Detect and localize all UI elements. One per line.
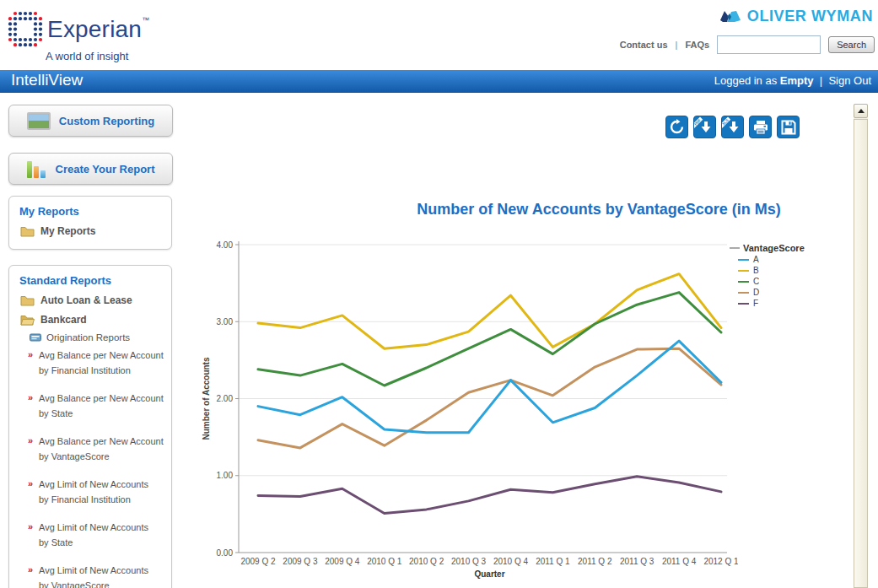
export-xls-button[interactable]: XLS: [721, 116, 744, 138]
double-chevron-icon: »: [28, 348, 33, 362]
scrollbar-thumb[interactable]: [854, 119, 868, 588]
report-link-label: Avg Limit of New Accounts by VantageScor…: [39, 565, 148, 588]
standard-reports-panel: Standard Reports Auto Loan & Lease Bankc…: [8, 265, 172, 588]
legend-item: A: [738, 255, 848, 264]
oliver-wyman-wordmark: OLIVER WYMAN: [747, 8, 873, 25]
legend-label: C: [753, 277, 759, 286]
report-link[interactable]: »Avg Limit of New Accounts by Financial …: [39, 477, 166, 506]
header-links: Contact us | FAQs Search: [620, 35, 875, 54]
report-list: »Avg Balance per New Account by Financia…: [9, 348, 171, 588]
faqs-link[interactable]: FAQs: [685, 40, 709, 50]
svg-text:Number of Accounts: Number of Accounts: [202, 357, 211, 440]
my-reports-item-label: My Reports: [40, 225, 95, 237]
export-pdf-icon: PDF: [694, 116, 715, 138]
folder-label: Bankcard: [40, 314, 87, 326]
svg-text:2011 Q 3: 2011 Q 3: [620, 557, 654, 566]
svg-text:2010 Q 3: 2010 Q 3: [451, 557, 487, 566]
contact-us-link[interactable]: Contact us: [620, 40, 668, 50]
app-title-bar: IntelliView Logged in as Empty | Sign Ou…: [0, 70, 878, 93]
report-link[interactable]: »Avg Limit of New Accounts by State: [39, 520, 166, 549]
folder-label: Auto Loan & Lease: [40, 294, 132, 306]
report-link[interactable]: »Avg Limit of New Accounts by VantageSco…: [39, 563, 166, 588]
export-xls-icon: XLS: [722, 116, 743, 138]
my-reports-panel: My Reports My Reports: [8, 196, 172, 250]
print-button[interactable]: [749, 116, 772, 138]
legend-item: F: [738, 299, 848, 308]
legend-item: B: [738, 266, 848, 275]
custom-reporting-label: Custom Reporting: [59, 115, 154, 127]
origination-reports-label: Origination Reports: [46, 332, 130, 343]
legend-title: VantageScore: [743, 243, 805, 253]
vertical-scrollbar[interactable]: [854, 104, 868, 588]
svg-text:4.00: 4.00: [217, 240, 234, 250]
report-link-label: Avg Balance per New Account by Financial…: [39, 350, 164, 375]
report-link-label: Avg Balance per New Account by VantageSc…: [39, 436, 164, 461]
legend-item: C: [738, 277, 848, 286]
search-input[interactable]: [717, 35, 821, 54]
oliver-wyman-icon: [719, 9, 741, 24]
legend-dash-icon: [730, 247, 740, 249]
double-chevron-icon: »: [28, 434, 33, 448]
svg-text:2009 Q 2: 2009 Q 2: [240, 557, 276, 566]
svg-text:2010 Q 2: 2010 Q 2: [409, 557, 444, 566]
experian-trademark: ™: [142, 16, 149, 24]
legend-swatch: [738, 270, 749, 272]
double-chevron-icon: »: [28, 563, 33, 577]
refresh-icon: [669, 119, 685, 135]
save-icon: [780, 119, 797, 136]
legend-item: D: [738, 288, 848, 297]
chart-toolbar: PDF XLS: [665, 116, 800, 138]
closed-folder-icon: [20, 295, 35, 306]
svg-text:Quarter: Quarter: [474, 569, 504, 579]
legend-swatch: [738, 259, 749, 261]
refresh-button[interactable]: [665, 116, 688, 138]
legend-swatch: [738, 281, 749, 283]
folder-auto-loan-lease[interactable]: Auto Loan & Lease: [9, 287, 171, 306]
svg-text:0.00: 0.00: [217, 548, 234, 558]
standard-reports-header: Standard Reports: [9, 266, 171, 287]
legend-label: D: [753, 288, 759, 297]
main-content: PDF XLS: [181, 93, 856, 588]
create-your-report-button[interactable]: Create Your Report: [8, 153, 173, 185]
report-link-label: Avg Limit of New Accounts by Financial I…: [39, 479, 148, 504]
legend-swatch: [738, 292, 749, 294]
experian-tagline: A world of insight: [46, 50, 149, 62]
series-line-B: [258, 274, 721, 349]
my-reports-folder-item[interactable]: My Reports: [9, 218, 171, 237]
bar-chart-icon: [27, 159, 47, 178]
save-button[interactable]: [777, 116, 800, 138]
svg-text:2009 Q 3: 2009 Q 3: [283, 557, 318, 566]
top-header: Experian™ A world of insight OLIVER WYMA…: [0, 0, 878, 70]
double-chevron-icon: »: [28, 477, 33, 491]
svg-text:2011 Q 4: 2011 Q 4: [662, 557, 697, 566]
sign-out-link[interactable]: Sign Out: [828, 74, 871, 87]
print-icon: [752, 119, 769, 136]
report-link[interactable]: »Avg Balance per New Account by State: [39, 391, 166, 420]
chart-title: Number of New Accounts by VantageScore (…: [320, 201, 877, 218]
double-chevron-icon: »: [28, 391, 33, 405]
legend-swatch: [738, 303, 749, 305]
chart-legend: VantageScore ABCDF: [730, 243, 848, 308]
page: Experian™ A world of insight OLIVER WYMA…: [0, 0, 878, 588]
origination-reports-item[interactable]: Origination Reports: [9, 326, 171, 343]
folder-icon: [20, 226, 35, 237]
open-folder-icon: [20, 315, 35, 326]
titlebar-divider: |: [820, 74, 822, 87]
report-link[interactable]: »Avg Balance per New Account by Financia…: [39, 348, 166, 377]
folder-bankcard[interactable]: Bankcard: [9, 306, 171, 326]
svg-text:2010 Q 1: 2010 Q 1: [367, 557, 402, 566]
svg-text:2011 Q 1: 2011 Q 1: [536, 557, 570, 566]
report-link-label: Avg Balance per New Account by State: [39, 393, 164, 418]
svg-text:2012 Q 1: 2012 Q 1: [703, 557, 738, 566]
report-link[interactable]: »Avg Balance per New Account by VantageS…: [39, 434, 166, 463]
export-pdf-button[interactable]: PDF: [693, 116, 716, 138]
report-binder-icon: [30, 333, 41, 342]
scrollbar-up-arrow[interactable]: [854, 104, 868, 118]
custom-reporting-button[interactable]: Custom Reporting: [8, 105, 173, 137]
picture-icon: [27, 112, 51, 130]
create-your-report-label: Create Your Report: [56, 163, 155, 175]
double-chevron-icon: »: [28, 520, 33, 534]
search-button[interactable]: Search: [828, 36, 875, 53]
experian-dots-icon: [7, 10, 44, 49]
series-line-F: [258, 477, 721, 514]
